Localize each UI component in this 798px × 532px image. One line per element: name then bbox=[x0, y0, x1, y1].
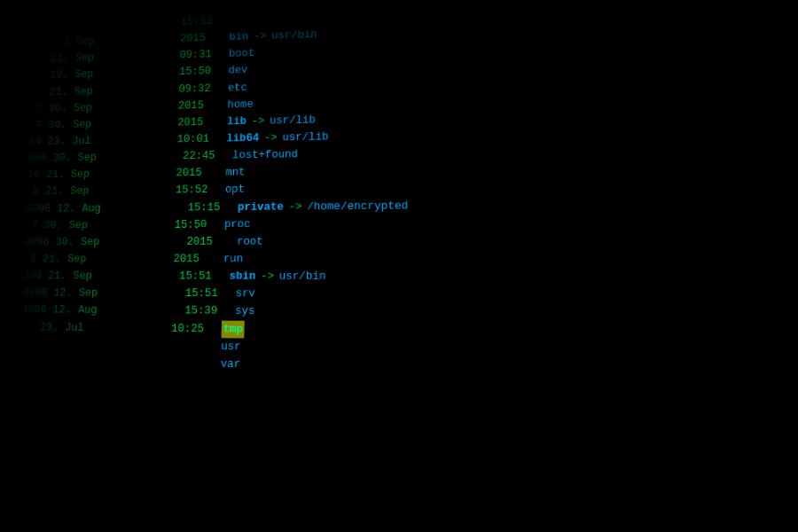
col-num: 0 21. bbox=[23, 251, 67, 268]
col-num: 16 21. bbox=[27, 167, 71, 184]
file-name: sys bbox=[235, 302, 255, 320]
col-num bbox=[20, 364, 64, 365]
file-name: lib bbox=[227, 113, 246, 130]
col-time: 15:50 bbox=[175, 215, 225, 233]
file-name: home bbox=[227, 96, 254, 113]
col-num: 4096 12. bbox=[21, 301, 78, 319]
col-date: Sep bbox=[77, 148, 183, 167]
col-num: 300 21. bbox=[23, 268, 74, 285]
terminal-window: 15:532Sep2015bin->usr/bin21.Sep09:31boot… bbox=[12, 0, 798, 532]
col-time bbox=[170, 366, 221, 367]
col-num: 4096 30. bbox=[24, 234, 81, 251]
col-date bbox=[76, 25, 180, 28]
col-time: 2015 bbox=[173, 250, 223, 268]
col-time: 09:31 bbox=[179, 46, 229, 64]
col-num bbox=[20, 347, 65, 348]
file-name: dev bbox=[228, 62, 247, 80]
file-name: lost+found bbox=[232, 146, 298, 164]
arrow: -> bbox=[246, 113, 270, 130]
col-date bbox=[64, 364, 170, 366]
link-target: /home/encrypted bbox=[307, 197, 408, 215]
col-time: 2015 bbox=[178, 97, 228, 114]
file-name: proc bbox=[224, 215, 251, 233]
file-name: usr bbox=[221, 338, 241, 356]
col-time: 2015 bbox=[186, 233, 237, 251]
col-date: Jul bbox=[72, 131, 177, 150]
col-time: 2015 bbox=[180, 29, 230, 48]
col-num: 4096 12. bbox=[22, 285, 79, 301]
col-num: 19. bbox=[31, 66, 75, 84]
file-name: run bbox=[223, 250, 244, 268]
col-num: 4096 12. bbox=[26, 200, 82, 217]
col-date: Jul bbox=[65, 319, 172, 338]
col-num: 84 23. bbox=[28, 133, 73, 151]
col-num: 7 30. bbox=[25, 217, 69, 234]
col-date: Sep bbox=[78, 285, 185, 302]
file-name: var bbox=[221, 356, 241, 373]
col-time: 15:50 bbox=[179, 63, 229, 81]
col-time: 15:51 bbox=[185, 286, 236, 303]
col-num: 096 30. bbox=[27, 150, 78, 168]
col-num: 7 30. bbox=[30, 100, 74, 118]
link-target: usr/bin bbox=[271, 27, 317, 45]
file-name: etc bbox=[228, 79, 247, 97]
file-name: tmp bbox=[222, 320, 246, 338]
col-num: 23. bbox=[20, 318, 66, 336]
col-date: Sep bbox=[70, 182, 176, 200]
link-target: usr/lib bbox=[270, 112, 316, 129]
file-name: sbin bbox=[229, 268, 255, 286]
link-target: usr/bin bbox=[278, 268, 325, 286]
terminal-content: 15:532Sep2015bin->usr/bin21.Sep09:31boot… bbox=[12, 0, 798, 532]
col-time: 2015 bbox=[176, 164, 225, 182]
col-num: 2 bbox=[33, 34, 76, 51]
col-date: Aug bbox=[78, 302, 185, 320]
col-num: 21. bbox=[32, 51, 75, 68]
col-time: 22:45 bbox=[183, 147, 232, 165]
link-target: usr/lib bbox=[282, 129, 329, 146]
col-time: 15:15 bbox=[187, 199, 238, 216]
col-date: Sep bbox=[68, 216, 175, 234]
file-name: mnt bbox=[225, 164, 246, 182]
file-name: boot bbox=[229, 45, 255, 63]
col-num: 7 30. bbox=[29, 116, 74, 134]
file-name: srv bbox=[235, 286, 255, 303]
col-date: Sep bbox=[73, 268, 179, 286]
col-time: 10:25 bbox=[171, 320, 222, 338]
col-time: 10:01 bbox=[176, 130, 226, 148]
col-time: 15:51 bbox=[179, 268, 230, 286]
col-time: 2015 bbox=[177, 113, 227, 131]
col-time: 15:53 bbox=[181, 12, 231, 31]
file-name: lib64 bbox=[226, 129, 259, 147]
col-num: 21. bbox=[30, 83, 74, 101]
table-row: 4096 30.Sep2015root bbox=[24, 231, 798, 251]
col-time: 15:39 bbox=[184, 302, 235, 320]
col-date: Sep bbox=[67, 251, 174, 268]
col-num: 0 21. bbox=[27, 184, 71, 200]
col-date bbox=[64, 348, 170, 348]
file-name: opt bbox=[225, 181, 246, 199]
arrow: -> bbox=[259, 129, 283, 147]
file-name: bin bbox=[229, 28, 248, 46]
file-name: root bbox=[237, 233, 263, 251]
col-date: Aug bbox=[82, 199, 188, 216]
arrow: -> bbox=[284, 198, 308, 215]
col-date: Sep bbox=[81, 233, 187, 251]
arrow: -> bbox=[248, 27, 271, 45]
table-row: 0 21.Sep2015run bbox=[23, 249, 798, 268]
col-date: Sep bbox=[74, 98, 179, 116]
col-time bbox=[171, 348, 222, 349]
col-time: 15:52 bbox=[176, 182, 226, 200]
arrow: -> bbox=[255, 268, 279, 286]
table-row: 300 21.Sep15:51sbin->usr/bin bbox=[23, 268, 798, 287]
col-date: Sep bbox=[71, 165, 176, 184]
col-time: 09:32 bbox=[178, 80, 228, 98]
file-name: private bbox=[238, 198, 284, 215]
col-date: Sep bbox=[73, 114, 178, 133]
col-num bbox=[34, 28, 77, 30]
